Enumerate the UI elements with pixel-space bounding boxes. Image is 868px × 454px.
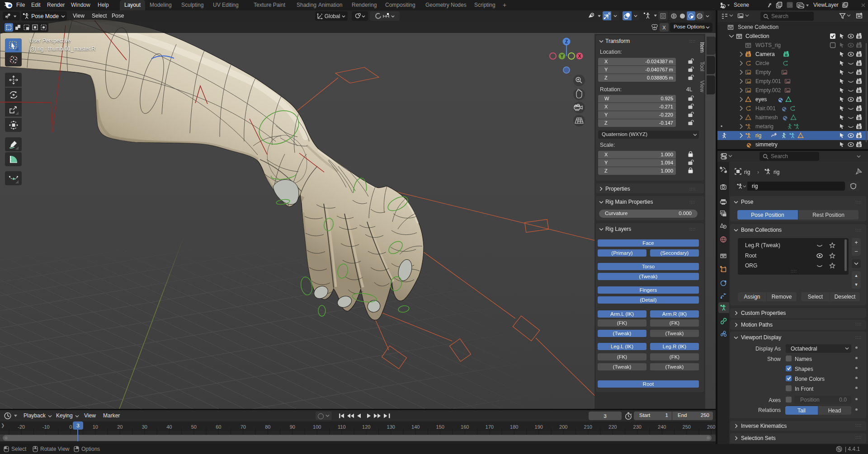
svg-text:X: X	[578, 54, 581, 59]
svg-text:Z: Z	[565, 39, 568, 44]
svg-text:Y: Y	[561, 54, 564, 59]
